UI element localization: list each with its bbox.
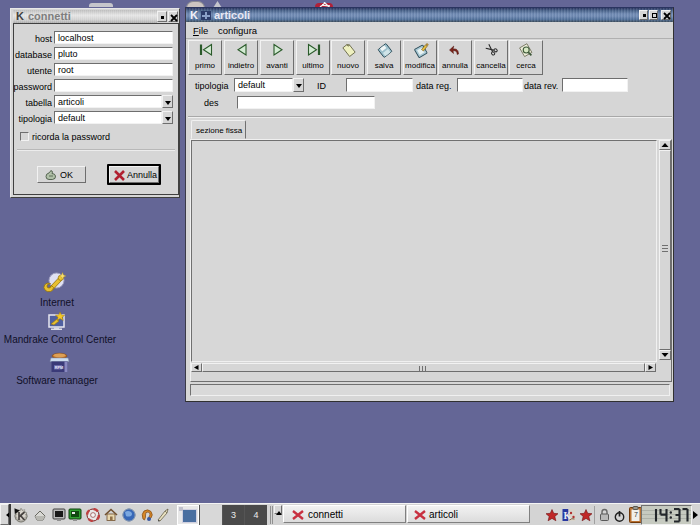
svg-text:7: 7 xyxy=(634,511,638,518)
svg-text:RPM: RPM xyxy=(55,366,63,370)
